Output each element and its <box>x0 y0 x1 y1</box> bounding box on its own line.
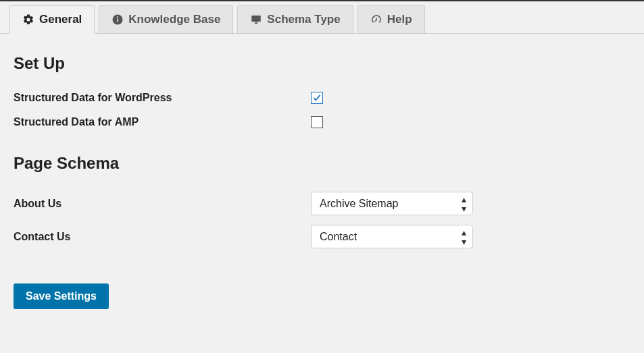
save-button[interactable]: Save Settings <box>14 283 109 309</box>
tab-label: General <box>39 13 82 26</box>
tab-label: Schema Type <box>267 13 340 26</box>
select-about-us[interactable]: Archive Sitemap <box>311 192 473 215</box>
section-heading-page-schema: Page Schema <box>14 154 630 173</box>
tab-content-general: Set Up Structured Data for WordPress Str… <box>0 34 644 323</box>
form-row-structured-wp: Structured Data for WordPress <box>14 92 630 104</box>
label-contact-us: Contact Us <box>14 231 311 243</box>
label-structured-amp: Structured Data for AMP <box>14 116 311 128</box>
form-row-about-us: About Us Archive Sitemap ▴▾ <box>14 192 630 215</box>
form-row-contact-us: Contact Us Contact ▴▾ <box>14 225 630 248</box>
select-contact-us[interactable]: Contact <box>311 225 473 248</box>
checkbox-structured-wp[interactable] <box>311 92 323 104</box>
checkbox-structured-amp[interactable] <box>311 116 323 128</box>
tab-knowledge-base[interactable]: Knowledge Base <box>99 5 233 33</box>
svg-rect-3 <box>252 16 262 22</box>
label-structured-wp: Structured Data for WordPress <box>14 92 311 104</box>
tab-label: Knowledge Base <box>128 13 220 26</box>
svg-point-2 <box>117 16 118 18</box>
dashboard-icon <box>370 13 382 26</box>
monitor-icon <box>250 13 262 26</box>
tab-general[interactable]: General <box>9 5 95 34</box>
svg-rect-5 <box>256 22 257 23</box>
section-heading-setup: Set Up <box>14 54 630 73</box>
tab-help[interactable]: Help <box>357 5 425 33</box>
svg-rect-1 <box>118 19 119 22</box>
tab-schema-type[interactable]: Schema Type <box>237 5 353 33</box>
gear-icon <box>22 13 34 26</box>
tab-bar: General Knowledge Base Schema Type Help <box>0 1 644 34</box>
info-icon <box>112 13 124 26</box>
tab-label: Help <box>387 13 412 26</box>
label-about-us: About Us <box>14 198 311 210</box>
form-row-structured-amp: Structured Data for AMP <box>14 116 630 128</box>
